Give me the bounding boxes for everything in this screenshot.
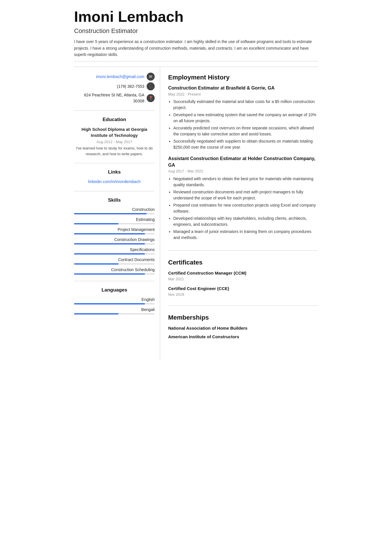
job-block: Construction Estimator at Brasfield & Go… [168,85,318,150]
skill-name: Estimating [74,217,155,223]
location-icon: 📍 [147,94,155,102]
skill-bar-fill [74,233,145,234]
candidate-name: Imoni Lembach [74,9,318,25]
address-text: 624 Peachtree St NE, Atlanta, GA 30308 [74,92,144,104]
memberships-section: Memberships National Association of Home… [168,313,318,347]
job-dates: Aug 2017 - Mar 2022 [168,168,318,174]
job-title: Construction Estimator at Brasfield & Go… [168,85,318,91]
job-bullet: Prepared cost estimates for new construc… [173,202,318,214]
skill-bar-fill [74,253,145,254]
email-icon: ✉ [147,73,155,81]
certificates-section: Certificates Certified Construction Mana… [168,258,318,306]
job-bullet: Accurately predicted cost overruns on th… [173,125,318,137]
skill-row: Construction Scheduling [74,267,155,275]
cert-block: Certified Cost Engineer (CCE) Nov 2019 [168,285,318,298]
skill-bar-fill [74,263,119,265]
skill-row: Construction Drawings [74,237,155,244]
skill-name: Construction [74,207,155,213]
language-name: English [74,297,155,303]
left-column: imoni.lembach@gmail.com ✉ (179) 382-7553… [74,67,160,359]
candidate-summary: I have over 5 years of experience as a c… [74,38,318,58]
membership-name: National Association of Home Builders [168,325,318,332]
skill-row: Estimating [74,217,155,224]
contact-phone-row: (179) 382-7553 📞 [74,82,155,90]
job-title: Assistant Construction Estimator at Hold… [168,155,318,168]
skill-bar-bg [74,233,155,234]
membership-name: American Institute of Constructors [168,334,318,340]
skill-bar-fill [74,243,145,244]
job-bullet: Developed relationships with key stakeho… [173,215,318,228]
skills-title: Skills [74,197,155,204]
cert-block: Certified Construction Manager (CCM) Mar… [168,270,318,282]
job-block: Assistant Construction Estimator at Hold… [168,155,318,240]
language-bar-bg [74,303,155,304]
linkedin-link[interactable]: linkedin.com/in/imonilembach [74,179,155,185]
contact-email-row: imoni.lembach@gmail.com ✉ [74,73,155,81]
language-bar-bg [74,313,155,314]
job-bullet: Negotiated with vendors to obtain the be… [173,176,318,188]
links-section: Links linkedin.com/in/imonilembach [74,168,155,185]
contact-address-row: 624 Peachtree St NE, Atlanta, GA 30308 📍 [74,92,155,104]
header-section: Imoni Lembach Construction Estimator I h… [74,9,318,61]
right-column: Employment History Construction Estimato… [160,67,318,359]
email-link[interactable]: imoni.lembach@gmail.com [96,74,144,80]
skill-row: Contract Documents [74,257,155,265]
cert-name: Certified Construction Manager (CCM) [168,270,318,277]
cert-name: Certified Cost Engineer (CCE) [168,285,318,292]
languages-list: English Bengali [74,297,155,314]
skill-bar-fill [74,223,119,224]
skill-bar-bg [74,253,155,254]
job-bullet: Successfully estimated the material and … [173,99,318,111]
employment-title: Employment History [168,73,318,82]
education-title: Education [74,116,155,123]
language-bar-fill [74,303,145,304]
job-bullet: Reviewed construction documents and met … [173,189,318,201]
education-section: Education High School Diploma at Georgia… [74,116,155,157]
phone-text: (179) 382-7553 [117,83,144,90]
contact-section: imoni.lembach@gmail.com ✉ (179) 382-7553… [74,73,155,104]
job-bullet: Managed a team of junior estimators in t… [173,229,318,241]
jobs-list: Construction Estimator at Brasfield & Go… [168,85,318,240]
education-description: I've learned how to study for exams, how… [74,145,155,157]
job-bullets: Negotiated with vendors to obtain the be… [168,176,318,241]
skill-bar-bg [74,273,155,275]
skill-name: Specifications [74,247,155,253]
skills-section: Skills Construction Estimating Project M… [74,197,155,275]
education-item: High School Diploma at Georgia Institute… [74,126,155,157]
job-bullets: Successfully estimated the material and … [168,99,318,150]
phone-icon: 📞 [147,82,155,90]
education-dates: Aug 2012 - May 2017 [74,139,155,145]
skill-row: Construction [74,207,155,214]
skill-row: Specifications [74,247,155,254]
skill-bar-bg [74,213,155,214]
certs-list: Certified Construction Manager (CCM) Mar… [168,270,318,298]
job-dates: May 2022 - Present [168,92,318,97]
links-title: Links [74,168,155,176]
skill-name: Construction Drawings [74,237,155,243]
skill-bar-fill [74,213,147,214]
candidate-title: Construction Estimator [74,26,318,36]
education-degree: High School Diploma at Georgia Institute… [74,126,155,138]
language-row: Bengali [74,307,155,314]
memberships-title: Memberships [168,313,318,322]
skill-bar-bg [74,263,155,265]
skill-name: Construction Scheduling [74,267,155,273]
job-bullet: Successfully negotiated with suppliers t… [173,138,318,150]
skill-bar-fill [74,273,145,275]
memberships-list: National Association of Home BuildersAme… [168,325,318,340]
languages-title: Languages [74,286,155,294]
cert-date: Mar 2021 [168,276,318,282]
language-row: English [74,297,155,304]
cert-date: Nov 2019 [168,292,318,298]
skill-name: Project Management [74,227,155,233]
language-bar-fill [74,313,119,314]
certificates-title: Certificates [168,258,318,267]
job-bullet: Developed a new estimating system that s… [173,112,318,124]
skill-row: Project Management [74,227,155,234]
skill-name: Contract Documents [74,257,155,263]
skill-bar-bg [74,243,155,244]
two-column-layout: imoni.lembach@gmail.com ✉ (179) 382-7553… [74,67,318,359]
skill-bar-bg [74,223,155,224]
language-name: Bengali [74,307,155,313]
languages-section: Languages English Bengali [74,286,155,314]
